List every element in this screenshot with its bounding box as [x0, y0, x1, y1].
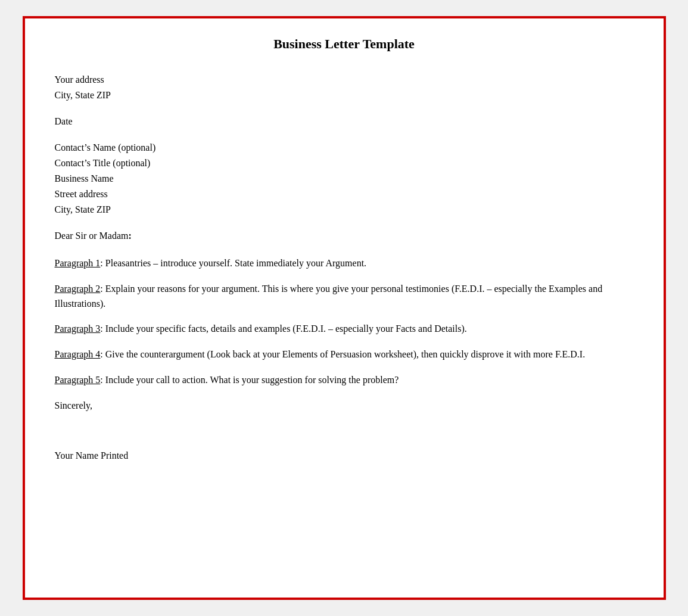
paragraph-2-text: Explain your reasons for your argument. …: [55, 284, 603, 309]
address-line-2: City, State ZIP: [55, 88, 634, 102]
salutation-bold: :: [128, 231, 131, 241]
signature-block: Your Name Printed: [55, 449, 634, 463]
date-block: Date: [55, 114, 634, 129]
address-block: Your address City, State ZIP: [55, 73, 634, 102]
closing-text: Sincerely,: [55, 400, 92, 410]
recipient-line-5: City, State ZIP: [55, 203, 634, 217]
letter-title: Business Letter Template: [55, 36, 634, 52]
letter-body: Your address City, State ZIP Date Contac…: [55, 73, 634, 463]
paragraph-2-label: Paragraph 2: [55, 284, 101, 294]
recipient-block: Contact’s Name (optional) Contact’s Titl…: [55, 141, 634, 217]
closing-block: Sincerely,: [55, 399, 634, 413]
paragraph-3-text: Include your specific facts, details and…: [103, 323, 467, 334]
salutation-block: Dear Sir or Madam:: [55, 229, 634, 243]
recipient-line-3: Business Name: [55, 172, 634, 186]
paragraph-3-label: Paragraph 3: [55, 323, 101, 334]
address-line-1: Your address: [55, 73, 634, 87]
paragraph-2-block: Paragraph 2: Explain your reasons for yo…: [55, 282, 634, 312]
paragraph-5-block: Paragraph 5: Include your call to action…: [55, 373, 634, 388]
recipient-line-2: Contact’s Title (optional): [55, 156, 634, 170]
paragraph-4-text: Give the counterargument (Look back at y…: [103, 349, 585, 359]
paragraph-5-text: Include your call to action. What is you…: [103, 375, 399, 385]
recipient-line-1: Contact’s Name (optional): [55, 141, 634, 155]
paragraph-1-text: Pleasantries – introduce yourself. State…: [103, 258, 366, 268]
paragraph-3-block: Paragraph 3: Include your specific facts…: [55, 322, 634, 337]
paragraph-1-label: Paragraph 1: [55, 258, 101, 268]
page-wrapper: Business Letter Template Your address Ci…: [0, 0, 688, 616]
paragraph-4-block: Paragraph 4: Give the counterargument (L…: [55, 347, 634, 362]
date-label: Date: [55, 116, 73, 126]
letter-container: Business Letter Template Your address Ci…: [23, 16, 666, 600]
salutation-normal: Dear Sir or Madam: [55, 231, 129, 241]
signature-text: Your Name Printed: [55, 450, 129, 461]
paragraph-1-block: Paragraph 1: Pleasantries – introduce yo…: [55, 256, 634, 271]
paragraph-5-label: Paragraph 5: [55, 375, 101, 385]
recipient-line-4: Street address: [55, 187, 634, 201]
paragraph-4-label: Paragraph 4: [55, 349, 101, 359]
